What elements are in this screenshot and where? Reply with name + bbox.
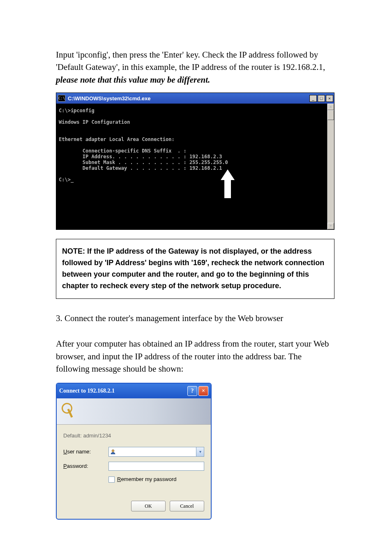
cmd-window-title: C:\WINDOWS\system32\cmd.exe xyxy=(68,95,309,102)
intro-text: Input 'ipconfig', then press the 'Enter'… xyxy=(56,50,325,72)
username-value xyxy=(117,447,196,456)
ok-button[interactable]: OK xyxy=(131,501,166,511)
scroll-thumb[interactable] xyxy=(327,110,334,120)
chevron-down-icon[interactable]: ▾ xyxy=(196,447,204,456)
credentials-hint: Default: admin/1234 xyxy=(63,432,204,440)
cmd-window: C:\ C:\WINDOWS\system32\cmd.exe _ □ × C:… xyxy=(56,92,334,230)
dialog-banner xyxy=(57,398,211,425)
keys-icon xyxy=(62,403,76,419)
user-icon xyxy=(109,447,117,456)
remember-checkbox[interactable] xyxy=(108,476,115,483)
scroll-down-button[interactable]: ▼ xyxy=(327,223,334,229)
scroll-up-button[interactable]: ▲ xyxy=(327,104,334,110)
cmd-titlebar: C:\ C:\WINDOWS\system32\cmd.exe _ □ × xyxy=(56,93,334,104)
intro-paragraph: Input 'ipconfig', then press the 'Enter'… xyxy=(56,49,334,86)
remember-label: Remember my password xyxy=(117,476,177,483)
dialog-title: Connect to 192.168.2.1 xyxy=(59,388,187,394)
help-button[interactable]: ? xyxy=(187,386,197,396)
intro-emphasis: please note that this value may be diffe… xyxy=(56,75,210,85)
close-button[interactable]: × xyxy=(326,95,333,102)
annotation-arrow-icon xyxy=(221,169,235,198)
cmd-prompt-icon: C:\ xyxy=(58,95,65,102)
minimize-button[interactable]: _ xyxy=(309,95,317,102)
svg-point-0 xyxy=(112,450,114,452)
note-text: NOTE: If the IP address of the Gateway i… xyxy=(62,247,324,290)
maximize-button[interactable]: □ xyxy=(318,95,325,102)
cmd-output-area: C:\>ipconfig Windows IP Configuration Et… xyxy=(56,104,334,229)
after-paragraph: After your computer has obtained an IP a… xyxy=(56,338,334,375)
note-box: NOTE: If the IP address of the Gateway i… xyxy=(56,239,334,299)
password-label: Password: xyxy=(63,462,108,470)
username-label: User name: xyxy=(63,448,108,456)
username-field[interactable]: ▾ xyxy=(108,447,204,457)
dialog-titlebar: Connect to 192.168.2.1 ? × xyxy=(57,384,211,398)
scrollbar[interactable]: ▲ ▼ xyxy=(327,104,334,229)
cmd-output: C:\>ipconfig Windows IP Configuration Et… xyxy=(59,108,334,183)
password-field[interactable] xyxy=(108,462,204,471)
dialog-close-button[interactable]: × xyxy=(198,386,208,396)
cancel-button[interactable]: Cancel xyxy=(170,501,204,511)
step-3-heading: 3. Connect the router's management inter… xyxy=(56,312,334,324)
auth-dialog: Connect to 192.168.2.1 ? × Default: admi… xyxy=(56,383,212,520)
